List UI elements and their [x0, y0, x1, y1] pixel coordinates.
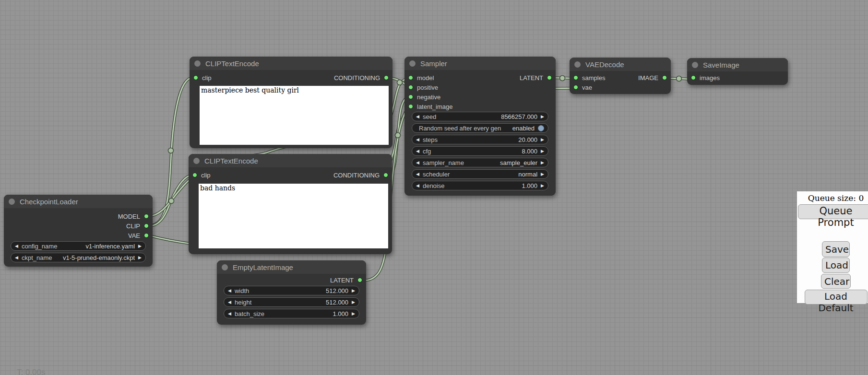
node-empty-latent-image[interactable]: EmptyLatentImage LATENT ◀ width 512.000 … — [217, 260, 366, 325]
input-label: model — [417, 74, 434, 82]
link-midpoint-dot — [169, 199, 174, 204]
collapse-dot-icon[interactable] — [222, 264, 228, 270]
widget-ckpt-name[interactable]: ◀ ckpt_name v1-5-pruned-emaonly.ckpt ▶ — [11, 253, 146, 262]
increment-arrow-icon[interactable]: ▶ — [138, 256, 142, 260]
output-label: CLIP — [126, 223, 140, 230]
node-clip-text-encode-positive[interactable]: CLIPTextEncode clip CONDITIONING masterp… — [190, 57, 392, 148]
increment-arrow-icon[interactable]: ▶ — [541, 172, 544, 176]
node-title-bar[interactable]: EmptyLatentImage — [217, 260, 366, 274]
output-port-image[interactable] — [662, 75, 667, 80]
node-clip-text-encode-negative[interactable]: CLIPTextEncode clip CONDITIONING bad han… — [189, 154, 392, 254]
collapse-dot-icon[interactable] — [409, 60, 416, 67]
widget-denoise[interactable]: ◀ denoise 1.000 ▶ — [412, 181, 548, 190]
output-port-latent[interactable] — [547, 75, 552, 80]
increment-arrow-icon[interactable]: ▶ — [541, 161, 544, 165]
node-vae-decode[interactable]: VAEDecode samples IMAGE vae — [570, 58, 671, 94]
decrement-arrow-icon[interactable]: ◀ — [416, 161, 419, 165]
node-checkpoint-loader[interactable]: CheckpointLoader MODEL CLIP VAE ◀ config… — [4, 195, 153, 267]
collapse-dot-icon[interactable] — [692, 62, 698, 68]
widget-scheduler[interactable]: ◀ scheduler normal ▶ — [412, 169, 548, 179]
widget-cfg[interactable]: ◀ cfg 8.000 ▶ — [412, 146, 548, 156]
node-title: Sampler — [420, 59, 447, 68]
node-save-image[interactable]: SaveImage images — [687, 58, 788, 85]
widget-seed[interactable]: ◀ seed 8566257.000 ▶ — [412, 112, 548, 121]
input-label: positive — [417, 84, 438, 91]
output-port-latent[interactable] — [357, 278, 362, 282]
input-port-latent-image[interactable] — [408, 104, 413, 109]
collapse-dot-icon[interactable] — [9, 199, 15, 205]
node-title: EmptyLatentImage — [233, 263, 293, 271]
widget-height[interactable]: ◀ height 512.000 ▶ — [224, 297, 359, 307]
output-label: LATENT — [330, 277, 354, 284]
widget-config-name[interactable]: ◀ config_name v1-inference.yaml ▶ — [11, 241, 146, 251]
node-title-bar[interactable]: CLIPTextEncode — [189, 154, 392, 167]
decrement-arrow-icon[interactable]: ◀ — [416, 138, 419, 142]
decrement-arrow-icon[interactable]: ◀ — [416, 115, 419, 119]
increment-arrow-icon[interactable]: ▶ — [352, 300, 355, 305]
node-title-bar[interactable]: SaveImage — [687, 58, 788, 71]
increment-arrow-icon[interactable]: ▶ — [541, 138, 544, 142]
node-title: SaveImage — [703, 61, 739, 69]
output-label: CONDITIONING — [334, 74, 380, 82]
collapse-dot-icon[interactable] — [194, 60, 201, 67]
input-label: clip — [201, 172, 211, 179]
output-port-vae[interactable] — [144, 233, 149, 238]
input-port-negative[interactable] — [408, 94, 413, 99]
load-default-button[interactable]: Load Default — [805, 290, 868, 305]
decrement-arrow-icon[interactable]: ◀ — [15, 256, 18, 260]
output-port-conditioning[interactable] — [384, 75, 389, 80]
increment-arrow-icon[interactable]: ▶ — [541, 184, 544, 188]
input-port-model[interactable] — [408, 75, 413, 80]
widget-width[interactable]: ◀ width 512.000 ▶ — [224, 286, 359, 295]
node-sampler[interactable]: Sampler model LATENT positive negative l… — [404, 57, 556, 196]
widget-steps[interactable]: ◀ steps 20.000 ▶ — [412, 135, 548, 144]
input-port-positive[interactable] — [408, 85, 413, 90]
node-title-bar[interactable]: Sampler — [404, 57, 556, 70]
increment-arrow-icon[interactable]: ▶ — [352, 289, 355, 293]
widget-batch-size[interactable]: ◀ batch_size 1.000 ▶ — [224, 309, 359, 318]
increment-arrow-icon[interactable]: ▶ — [138, 244, 142, 248]
decrement-arrow-icon[interactable]: ◀ — [228, 312, 231, 316]
output-label: MODEL — [118, 213, 140, 220]
widget-random-seed-toggle[interactable]: Random seed after every gen enabled — [412, 123, 548, 133]
node-title: VAEDecode — [585, 60, 624, 69]
decrement-arrow-icon[interactable]: ◀ — [416, 184, 419, 188]
input-port-clip[interactable] — [192, 173, 197, 177]
collapse-dot-icon[interactable] — [574, 61, 581, 68]
input-port-samples[interactable] — [573, 75, 578, 80]
node-title-bar[interactable]: CLIPTextEncode — [190, 57, 392, 70]
decrement-arrow-icon[interactable]: ◀ — [228, 300, 231, 305]
increment-arrow-icon[interactable]: ▶ — [352, 312, 355, 316]
menu-panel: Queue size: 0 Queue Prompt Save Load Cle… — [797, 191, 868, 303]
increment-arrow-icon[interactable]: ▶ — [541, 115, 544, 119]
input-port-clip[interactable] — [193, 75, 198, 80]
output-port-conditioning[interactable] — [383, 173, 388, 177]
positive-prompt-textarea[interactable]: masterpiece best quality girl — [200, 86, 389, 145]
output-label: LATENT — [520, 74, 543, 82]
input-label: vae — [582, 84, 592, 91]
input-port-vae[interactable] — [573, 85, 578, 90]
link-midpoint-dot — [168, 148, 174, 153]
increment-arrow-icon[interactable]: ▶ — [541, 149, 544, 153]
output-label: IMAGE — [638, 74, 658, 82]
save-button[interactable]: Save — [822, 241, 850, 257]
node-title-bar[interactable]: VAEDecode — [570, 58, 671, 71]
load-button[interactable]: Load — [822, 258, 850, 273]
decrement-arrow-icon[interactable]: ◀ — [416, 149, 419, 153]
widget-sampler-name[interactable]: ◀ sampler_name sample_euler ▶ — [412, 158, 548, 167]
decrement-arrow-icon[interactable]: ◀ — [416, 172, 419, 176]
collapse-dot-icon[interactable] — [193, 158, 200, 164]
clear-button[interactable]: Clear — [821, 274, 851, 289]
toggle-enabled-icon[interactable] — [538, 125, 544, 131]
decrement-arrow-icon[interactable]: ◀ — [228, 289, 231, 293]
node-title-bar[interactable]: CheckpointLoader — [4, 195, 153, 208]
negative-prompt-textarea[interactable]: bad hands — [199, 184, 388, 248]
link-midpoint-dot — [677, 76, 682, 82]
output-port-clip[interactable] — [144, 223, 149, 228]
node-graph-canvas[interactable]: CheckpointLoader MODEL CLIP VAE ◀ config… — [0, 0, 868, 375]
queue-prompt-button[interactable]: Queue Prompt — [798, 204, 868, 219]
output-port-model[interactable] — [144, 214, 149, 219]
input-label: samples — [582, 74, 605, 82]
input-port-images[interactable] — [691, 75, 696, 80]
decrement-arrow-icon[interactable]: ◀ — [15, 244, 18, 248]
